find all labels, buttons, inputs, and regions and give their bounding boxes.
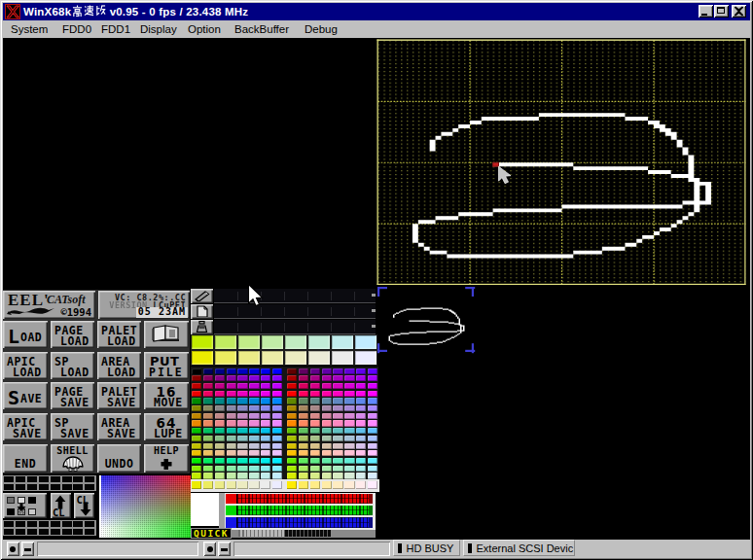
palette-swatch[interactable] <box>322 472 332 478</box>
tool-button-put-pile[interactable]: PUTPILE <box>144 352 189 379</box>
palette-swatch-selected[interactable] <box>299 481 308 489</box>
palette-swatch[interactable] <box>227 458 236 464</box>
palette-swatch[interactable] <box>368 458 377 464</box>
palette-swatch[interactable] <box>322 466 332 472</box>
palette-swatch[interactable] <box>261 383 270 389</box>
rgb-bar-r[interactable] <box>226 494 376 505</box>
fdd0-led-button[interactable] <box>7 542 19 556</box>
palette-swatch[interactable] <box>215 450 225 456</box>
minimize-button[interactable] <box>699 5 713 18</box>
palette-swatch[interactable] <box>344 398 354 403</box>
palette-swatch[interactable] <box>333 428 342 434</box>
checker-tile[interactable] <box>27 529 37 535</box>
tool-button-load[interactable]: LOAD <box>3 321 48 348</box>
palette-swatch[interactable] <box>215 472 225 478</box>
palette-swatch[interactable] <box>356 472 366 478</box>
title-bar[interactable]: WinX68k v0.95 - 0 fps / 23.438 MHz <box>3 3 750 20</box>
palette-swatch[interactable] <box>237 472 247 478</box>
palette-swatch[interactable] <box>322 428 332 434</box>
palette-big-swatch[interactable] <box>285 335 307 349</box>
palette-swatch[interactable] <box>272 472 282 478</box>
palette-swatch[interactable] <box>215 466 225 472</box>
gradient-picker[interactable] <box>99 475 191 538</box>
palette-swatch[interactable] <box>249 443 259 449</box>
palette-swatch[interactable] <box>333 450 342 456</box>
palette-swatch[interactable] <box>368 428 377 434</box>
checker-tile[interactable] <box>73 484 83 490</box>
palette-swatch[interactable] <box>310 420 320 426</box>
palette-swatch-selected[interactable] <box>368 481 377 489</box>
palette-swatch[interactable] <box>227 466 236 472</box>
tool-button-undo[interactable]: UNDO <box>97 444 141 473</box>
pattern-strip-1[interactable] <box>214 289 376 303</box>
palette-swatch[interactable] <box>192 383 201 389</box>
palette-swatch-selected[interactable] <box>322 481 332 489</box>
menu-item-system[interactable]: System <box>11 20 48 38</box>
palette-swatch[interactable] <box>287 413 297 419</box>
palette-swatch[interactable] <box>299 375 308 381</box>
palette-swatch-selected[interactable] <box>192 481 201 489</box>
palette-swatch[interactable] <box>192 443 201 449</box>
palette-swatch[interactable] <box>261 420 270 426</box>
palette-swatch-selected[interactable] <box>356 481 366 489</box>
checker-tile[interactable] <box>73 476 83 482</box>
palette-swatch[interactable] <box>249 383 259 389</box>
palette-swatch[interactable] <box>287 398 297 403</box>
palette-swatch[interactable] <box>344 428 354 434</box>
palette-swatch[interactable] <box>261 436 270 441</box>
checker-tile[interactable] <box>27 476 37 482</box>
palette-swatch[interactable] <box>356 458 366 464</box>
palette-swatch[interactable] <box>344 413 354 419</box>
checker-tile[interactable] <box>85 521 94 527</box>
palette-swatch[interactable] <box>227 391 236 397</box>
palette-swatch[interactable] <box>344 368 354 374</box>
palette-swatch[interactable] <box>356 391 366 397</box>
palette-swatch[interactable] <box>310 405 320 411</box>
palette-swatch[interactable] <box>299 443 308 449</box>
palette-swatch[interactable] <box>192 466 201 472</box>
checker-tile[interactable] <box>39 484 49 490</box>
palette-swatch[interactable] <box>344 405 354 411</box>
palette-swatch[interactable] <box>272 443 282 449</box>
palette-swatch[interactable] <box>333 405 342 411</box>
pattern-strip-2[interactable] <box>214 304 376 319</box>
rgb-bar-g[interactable] <box>226 506 376 516</box>
checker-tile[interactable] <box>16 476 25 482</box>
palette-big-swatch[interactable] <box>308 335 331 349</box>
palette-swatch-selected[interactable] <box>261 481 270 489</box>
palette-swatch[interactable] <box>287 405 297 411</box>
palette-swatch[interactable] <box>368 436 377 441</box>
palette-swatch[interactable] <box>249 405 259 411</box>
palette-swatch[interactable] <box>322 450 332 456</box>
palette-swatch[interactable] <box>249 428 259 434</box>
palette-swatch[interactable] <box>287 443 297 449</box>
palette-swatch[interactable] <box>310 398 320 403</box>
palette-swatch[interactable] <box>215 436 225 441</box>
palette-swatch[interactable] <box>310 443 320 449</box>
palette-swatch[interactable] <box>322 391 332 397</box>
tool-button-page-load[interactable]: PAGELOAD <box>51 321 94 348</box>
checker-tile[interactable] <box>4 529 14 535</box>
palette-swatch[interactable] <box>249 413 259 419</box>
palette-swatch[interactable] <box>333 436 342 441</box>
palette-swatch[interactable] <box>368 466 377 472</box>
palette-swatch[interactable] <box>322 458 332 464</box>
checker-tile[interactable] <box>4 484 14 490</box>
palette-swatch[interactable] <box>192 391 201 397</box>
palette-swatch[interactable] <box>310 472 320 478</box>
pattern-swatch-light[interactable] <box>18 497 25 504</box>
palette-big-swatch[interactable] <box>285 351 307 365</box>
palette-swatch[interactable] <box>249 436 259 441</box>
checker-tile[interactable] <box>39 476 49 482</box>
tool-button-move-16[interactable]: 16MOVE <box>144 382 189 409</box>
palette-swatch[interactable] <box>227 420 236 426</box>
palette-swatch[interactable] <box>299 368 308 374</box>
palette-swatch[interactable] <box>203 391 213 397</box>
palette-big-swatch[interactable] <box>215 335 237 349</box>
palette-swatch[interactable] <box>261 391 270 397</box>
palette-swatch[interactable] <box>322 436 332 441</box>
palette-swatch[interactable] <box>272 375 282 381</box>
palette-swatch[interactable] <box>227 413 236 419</box>
palette-swatch[interactable] <box>333 391 342 397</box>
palette-swatch[interactable] <box>237 391 247 397</box>
